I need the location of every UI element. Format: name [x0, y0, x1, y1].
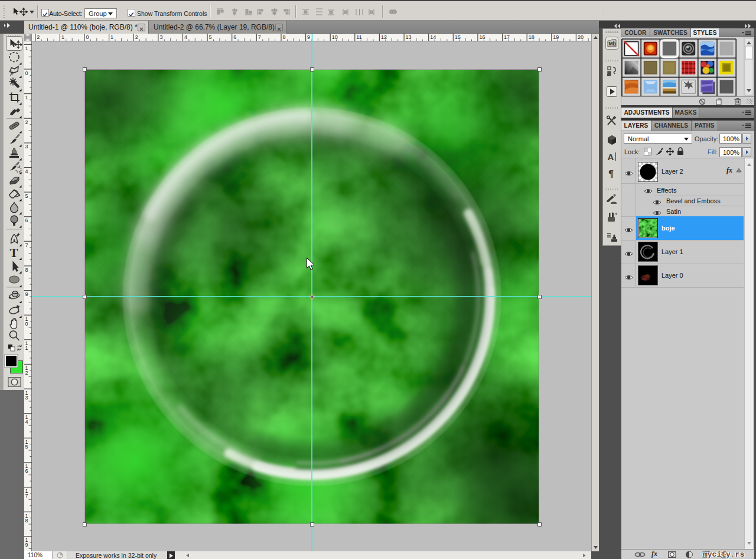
svg-text:1: 1 [25, 95, 28, 100]
svg-text:4: 4 [25, 168, 28, 174]
svg-text:9: 9 [25, 291, 28, 297]
svg-text:8: 8 [25, 267, 28, 273]
svg-text:5: 5 [25, 193, 28, 199]
svg-text:19: 19 [553, 34, 559, 40]
svg-text:3: 3 [25, 395, 28, 401]
svg-text:8: 8 [283, 34, 286, 40]
svg-text:2: 2 [25, 119, 28, 125]
svg-text:6: 6 [233, 34, 236, 40]
svg-text:1: 1 [110, 34, 113, 40]
svg-text:0: 0 [25, 321, 28, 327]
svg-text:10: 10 [332, 34, 338, 40]
svg-text:7: 7 [25, 242, 28, 248]
svg-text:2: 2 [25, 370, 28, 376]
svg-text:9: 9 [307, 34, 310, 40]
svg-text:18: 18 [529, 34, 535, 40]
svg-text:20: 20 [578, 34, 584, 40]
svg-text:9: 9 [25, 542, 28, 548]
svg-text:5: 5 [25, 444, 28, 450]
svg-text:2: 2 [135, 34, 138, 40]
svg-text:0: 0 [25, 70, 28, 76]
svg-text:1: 1 [25, 345, 28, 351]
svg-text:Mb: Mb [609, 41, 616, 47]
svg-text:A: A [608, 152, 614, 162]
svg-text:1: 1 [25, 46, 28, 51]
svg-text:7: 7 [25, 493, 28, 499]
svg-text:4: 4 [25, 419, 28, 425]
svg-text:3: 3 [25, 144, 28, 150]
svg-text:8: 8 [25, 518, 28, 524]
svg-text:4: 4 [184, 34, 187, 40]
svg-text:1: 1 [61, 34, 64, 40]
svg-text:0: 0 [86, 34, 89, 40]
svg-text:14: 14 [430, 34, 436, 40]
svg-text:3: 3 [159, 34, 162, 40]
svg-text:13: 13 [406, 34, 412, 40]
svg-text:2: 2 [37, 34, 40, 40]
svg-text:¶: ¶ [608, 168, 614, 179]
svg-text:16: 16 [479, 34, 485, 40]
svg-text:5: 5 [209, 34, 212, 40]
svg-text:T: T [9, 246, 18, 260]
svg-text:7: 7 [258, 34, 261, 40]
svg-text:6: 6 [25, 468, 28, 474]
svg-text:6: 6 [25, 217, 28, 223]
svg-text:17: 17 [504, 34, 510, 40]
svg-text:15: 15 [455, 34, 461, 40]
svg-text:12: 12 [381, 34, 387, 40]
